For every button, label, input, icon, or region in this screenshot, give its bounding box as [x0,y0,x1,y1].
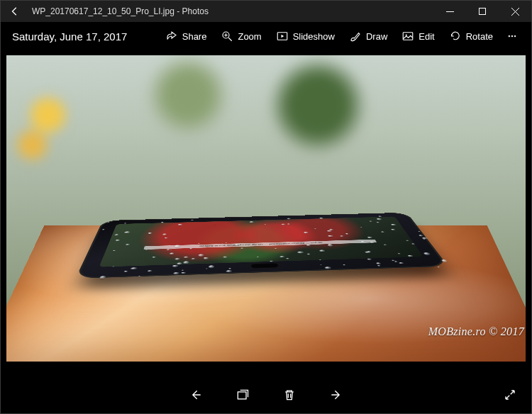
draw-label: Draw [366,31,387,42]
close-icon [511,8,519,16]
fullscreen-icon [504,388,516,401]
photo-date: Saturday, June 17, 2017 [8,30,127,43]
image-viewer[interactable]: despre acest smartphone cu un ... produc… [1,50,531,376]
svg-point-5 [509,35,510,37]
share-icon [165,30,178,43]
draw-button[interactable]: Draw [342,22,394,50]
ellipsis-icon [507,30,517,43]
zoom-label: Zoom [238,31,261,42]
photo-content: despre acest smartphone cu un ... produc… [6,55,526,362]
svg-rect-0 [479,8,485,14]
arrow-right-icon [329,388,343,402]
rotate-icon [449,30,462,43]
window-controls [433,1,531,22]
trash-icon [282,388,297,402]
maximize-button[interactable] [466,1,499,22]
svg-point-7 [514,35,516,37]
slideshow-button[interactable]: Slideshow [269,22,342,50]
title-filename: WP_20170617_12_10_50_Pro_LI.jpg [32,6,174,16]
share-button[interactable]: Share [158,22,214,50]
maximize-icon [479,8,487,16]
more-button[interactable] [500,22,524,50]
rotate-button[interactable]: Rotate [442,22,500,50]
next-button[interactable] [323,382,349,408]
fullscreen-button[interactable] [499,384,521,406]
edit-icon [401,30,414,43]
back-button[interactable] [1,1,29,22]
svg-rect-8 [238,392,246,399]
toolbar: Saturday, June 17, 2017 Share Zoom Slide… [1,22,531,50]
zoom-icon [221,30,233,43]
window-title: WP_20170617_12_10_50_Pro_LI.jpg - Photos [29,6,433,16]
previous-button[interactable] [183,382,209,408]
slideshow-icon [276,30,289,43]
minimize-button[interactable] [433,1,466,22]
edit-button[interactable]: Edit [394,22,441,50]
svg-point-6 [511,35,513,37]
slideshow-label: Slideshow [293,31,335,42]
collection-button[interactable] [230,382,255,408]
title-appname: Photos [182,6,209,16]
phone-screen-text: despre acest smartphone cu un ... produc… [144,240,377,250]
arrow-left-icon [189,388,203,402]
svg-point-4 [406,34,407,35]
arrow-left-icon [10,6,20,16]
titlebar: WP_20170617_12_10_50_Pro_LI.jpg - Photos [1,1,531,22]
photos-app-window: WP_20170617_12_10_50_Pro_LI.jpg - Photos… [0,0,532,414]
collection-icon [235,388,250,402]
close-button[interactable] [499,1,531,22]
edit-label: Edit [419,31,434,42]
delete-button[interactable] [277,382,302,408]
rotate-label: Rotate [466,31,493,42]
zoom-button[interactable]: Zoom [214,22,268,50]
share-label: Share [182,31,207,42]
minimize-icon [446,8,454,16]
draw-icon [349,30,362,43]
bottom-bar [1,376,531,413]
